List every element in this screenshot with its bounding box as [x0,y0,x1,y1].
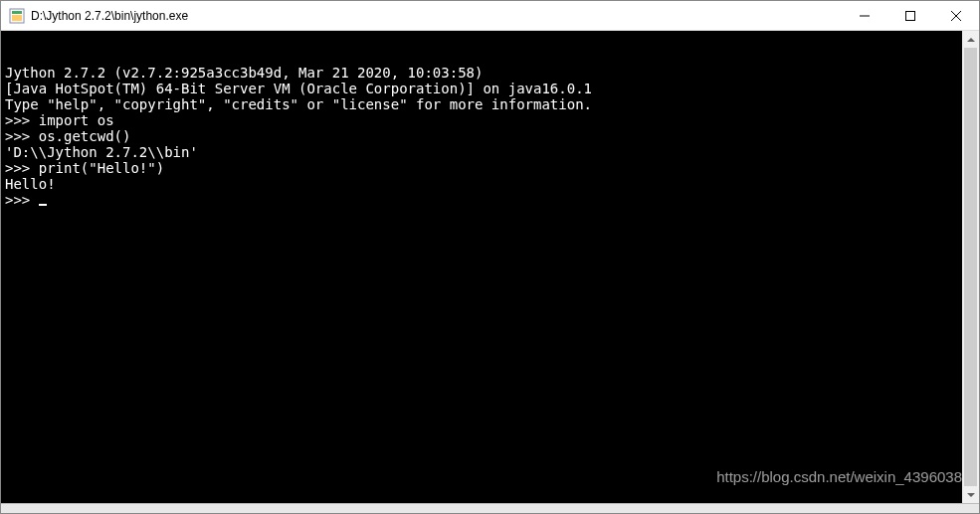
bottom-strip [1,503,979,513]
vertical-scrollbar[interactable] [962,31,979,503]
watermark: https://blog.csdn.net/weixin_4396038 [716,469,962,485]
terminal-line: >>> os.getcwd() [5,128,958,144]
svg-rect-2 [12,15,22,21]
svg-marker-8 [967,493,975,497]
svg-rect-1 [12,11,22,14]
window: D:\Jython 2.7.2\bin\jython.exe Jython 2.… [0,0,980,514]
maximize-button[interactable] [887,1,933,30]
svg-rect-4 [906,11,915,20]
scroll-down-arrow[interactable] [962,486,979,503]
terminal-line: Type "help", "copyright", "credits" or "… [5,96,958,112]
terminal-container: Jython 2.7.2 (v2.7.2:925a3cc3b49d, Mar 2… [1,31,979,503]
minimize-button[interactable] [842,1,887,30]
terminal-line: >>> import os [5,112,958,128]
scroll-thumb[interactable] [964,48,977,486]
terminal-line: Jython 2.7.2 (v2.7.2:925a3cc3b49d, Mar 2… [5,65,958,81]
terminal-line: [Java HotSpot(TM) 64-Bit Server VM (Orac… [5,81,958,96]
scroll-up-arrow[interactable] [962,31,979,48]
terminal-line: Hello! [5,176,958,192]
window-title: D:\Jython 2.7.2\bin\jython.exe [31,9,842,23]
scroll-track[interactable] [962,48,979,486]
cursor [39,204,47,206]
title-bar[interactable]: D:\Jython 2.7.2\bin\jython.exe [1,1,979,31]
terminal-line: >>> print("Hello!") [5,160,958,176]
window-controls [842,1,979,30]
close-button[interactable] [933,1,979,30]
terminal-line: >>> [5,192,958,208]
terminal-line: 'D:\\Jython 2.7.2\\bin' [5,144,958,160]
app-icon [9,8,25,24]
terminal[interactable]: Jython 2.7.2 (v2.7.2:925a3cc3b49d, Mar 2… [1,31,962,503]
svg-marker-7 [967,38,975,42]
